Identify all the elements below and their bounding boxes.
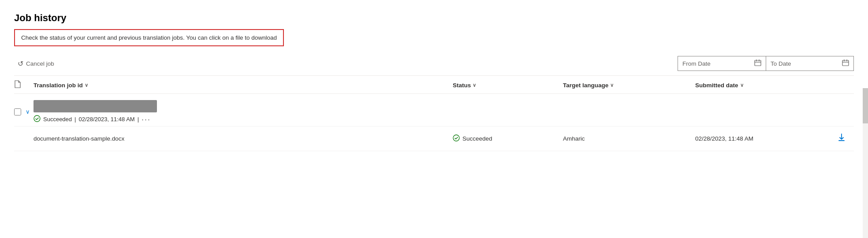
file-submitted-date: 02/28/2023, 11:48 AM	[695, 135, 836, 142]
sort-status-icon: ∨	[473, 82, 476, 88]
file-download-cell	[836, 132, 854, 145]
job-status-text: Succeeded	[43, 116, 72, 123]
column-target-language-label: Target language	[563, 82, 608, 89]
cancel-icon: ↺	[18, 60, 23, 68]
calendar-to-icon[interactable]	[842, 59, 849, 68]
to-date-label: To Date	[771, 60, 842, 67]
from-date-label: From Date	[682, 60, 754, 67]
column-header-submitted-date[interactable]: Submitted date ∨	[695, 82, 836, 89]
file-success-icon	[453, 134, 460, 143]
page-title: Job history	[14, 12, 854, 24]
toolbar-row: ↺ Cancel job From Date To Date	[14, 56, 854, 76]
table-row: ∨ Succeeded | 02/28/2023, 11:48 AM | ···	[14, 94, 854, 151]
job-status-separator: |	[75, 116, 76, 123]
to-date-input[interactable]: To Date	[766, 56, 854, 71]
file-status-text: Succeeded	[462, 135, 492, 142]
svg-point-9	[453, 135, 459, 141]
job-more-button[interactable]: ···	[142, 115, 151, 123]
file-row: document-translation-sample.docx Succeed…	[14, 126, 854, 151]
scrollbar-track	[863, 88, 868, 238]
column-status-label: Status	[453, 82, 471, 89]
file-name[interactable]: document-translation-sample.docx	[34, 135, 453, 142]
job-id-content: Succeeded | 02/28/2023, 11:48 AM | ···	[34, 100, 854, 123]
job-id-redacted	[34, 100, 157, 112]
column-header-target-language[interactable]: Target language ∨	[563, 82, 695, 89]
svg-rect-0	[755, 60, 761, 66]
column-header-status[interactable]: Status ∨	[453, 82, 563, 89]
select-all-cell	[14, 80, 34, 90]
job-row-main: ∨ Succeeded | 02/28/2023, 11:48 AM | ···	[14, 94, 854, 126]
date-filters: From Date To Date	[678, 56, 854, 71]
svg-rect-4	[842, 60, 849, 66]
column-header-job-id[interactable]: Translation job id ∨	[34, 82, 453, 89]
job-success-icon	[34, 115, 41, 123]
job-status-date: 02/28/2023, 11:48 AM	[78, 116, 134, 123]
from-date-input[interactable]: From Date	[678, 56, 766, 71]
job-status-separator2: |	[138, 116, 139, 123]
job-expand-button[interactable]: ∨	[25, 108, 31, 116]
checkbox-cell: ∨	[14, 108, 34, 116]
sort-submitted-date-icon: ∨	[740, 82, 744, 88]
sort-target-language-icon: ∨	[610, 82, 614, 88]
job-checkbox[interactable]	[14, 108, 21, 115]
cancel-job-label: Cancel job	[26, 60, 54, 67]
cancel-job-button[interactable]: ↺ Cancel job	[14, 58, 58, 70]
svg-point-8	[34, 115, 40, 122]
scrollbar-thumb[interactable]	[863, 88, 868, 123]
file-status-cell: Succeeded	[453, 134, 563, 143]
calendar-from-icon[interactable]	[754, 59, 761, 68]
column-job-id-label: Translation job id	[34, 82, 83, 89]
doc-icon	[14, 82, 21, 89]
file-download-button[interactable]	[836, 132, 847, 145]
job-status-row: Succeeded | 02/28/2023, 11:48 AM | ···	[34, 115, 854, 123]
info-banner: Check the status of your current and pre…	[14, 29, 284, 46]
file-language: Amharic	[563, 135, 695, 142]
sort-job-id-icon: ∨	[85, 82, 88, 88]
table-header: Translation job id ∨ Status ∨ Target lan…	[14, 76, 854, 94]
column-submitted-date-label: Submitted date	[695, 82, 738, 89]
